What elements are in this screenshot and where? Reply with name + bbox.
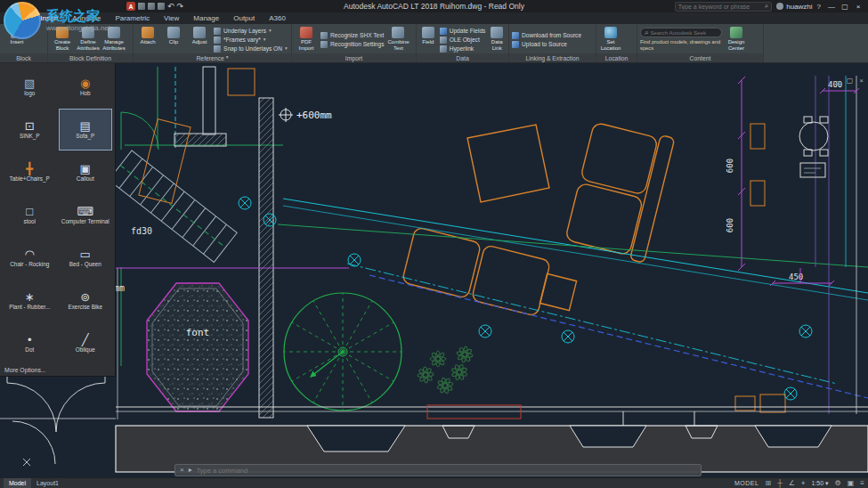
drawing-close-button[interactable]: × — [859, 77, 864, 85]
panel-label-location[interactable]: Location — [596, 53, 637, 62]
customize-icon[interactable]: ≡ — [860, 480, 864, 487]
palette-item-table-chairs-p[interactable]: ╋ Table+Chairs_P — [3, 151, 57, 193]
ole-object-button[interactable]: OLE Object — [440, 37, 486, 44]
drawing-area[interactable]: +600mm fd30 mm font — [0, 63, 868, 477]
palette-item-bed-queen[interactable]: ▭ Bed - Queen — [59, 237, 113, 279]
block-icon: ╱ — [82, 334, 89, 346]
status-toggles: MODEL ⊞ ┼ ∠ ⌖ 1:50 ▾ ⚙ ▣ ≡ — [734, 480, 864, 487]
seek-search-icon: ⌕ — [645, 29, 648, 37]
help-icon[interactable]: ? — [817, 3, 821, 11]
palette-item-callout[interactable]: ▣ Callout — [59, 151, 113, 193]
seek-search-input[interactable] — [650, 29, 710, 36]
design-center-button[interactable]: Design Center — [725, 26, 748, 53]
ribbon-tab-parametric[interactable]: Parametric — [108, 12, 157, 24]
block-icon: □ — [26, 206, 33, 218]
dim-600-b: 600 — [726, 218, 734, 232]
block-icon: ▭ — [80, 248, 91, 261]
ribbon-tab-output[interactable]: Output — [226, 12, 262, 24]
ribbon-tab-a360[interactable]: A360 — [262, 12, 293, 24]
recognition-settings-button[interactable]: Recognition Settings — [320, 41, 384, 48]
adjust-button[interactable]: Adjust — [188, 26, 211, 53]
panel-expand-icon: ▾ — [226, 55, 229, 61]
data-link-button[interactable]: Data Link — [488, 26, 506, 53]
open-icon[interactable] — [138, 3, 145, 10]
model-tab[interactable]: Model — [4, 478, 31, 488]
panel-label-reference[interactable]: Reference▾ — [134, 53, 291, 62]
drawing-canvas[interactable]: +600mm fd30 mm font — [0, 63, 868, 477]
underlay-layers-button[interactable]: Underlay Layers ▾ — [214, 28, 288, 35]
download-from-source-button[interactable]: Download from Source — [512, 32, 581, 39]
autocad-window: +600mm fd30 mm font — [0, 0, 868, 488]
block-icon: ∗ — [25, 291, 35, 304]
drawing-restore-button[interactable]: ▢ — [847, 77, 854, 85]
upload-to-source-button[interactable]: Upload to Source — [512, 41, 581, 48]
panel-label-block-definition[interactable]: Block Definition — [48, 53, 133, 62]
plot-icon[interactable] — [158, 3, 165, 10]
panel-label-linking[interactable]: Linking & Extraction — [509, 53, 596, 62]
update-fields-button[interactable]: Update Fields — [440, 28, 486, 35]
palette-item-stool[interactable]: □ stool — [3, 194, 57, 236]
pdf-import-icon — [300, 27, 312, 38]
signed-in-user[interactable]: huawzhi — [776, 3, 812, 11]
help-search-input[interactable] — [678, 4, 763, 10]
globe-icon — [604, 27, 617, 38]
palette-item-sink-p[interactable]: ⊡ SINK_P — [3, 109, 57, 150]
clean-screen-icon[interactable]: ▣ — [848, 480, 855, 487]
frames-dropdown[interactable]: *Frames vary* ▾ — [214, 37, 288, 44]
layout1-tab[interactable]: Layout1 — [31, 478, 64, 488]
attach-button[interactable]: Attach — [136, 26, 159, 53]
command-close-icon[interactable]: × — [180, 467, 184, 474]
field-button[interactable]: Field — [419, 26, 437, 53]
combine-text-icon — [392, 27, 404, 38]
redo-button[interactable]: ↷ — [177, 3, 184, 11]
close-button[interactable]: × — [852, 1, 864, 12]
palette-item-logo[interactable]: ▧ logo — [3, 66, 57, 108]
search-icon[interactable]: ⌕ — [765, 3, 768, 10]
panel-label-import[interactable]: Import — [292, 53, 416, 62]
clip-icon — [167, 27, 180, 38]
pdf-import-button[interactable]: PDF Import — [295, 26, 318, 53]
recognition-settings-icon — [320, 41, 328, 48]
snap-toggle[interactable]: ┼ — [777, 480, 783, 487]
clip-button[interactable]: Clip — [162, 26, 185, 53]
grid-toggle[interactable]: ⊞ — [765, 480, 771, 487]
panel-linking-extraction: Download from Source Upload to Source Li… — [509, 24, 596, 62]
set-location-button[interactable]: Set Location — [599, 26, 622, 53]
palette-item-sofa-p[interactable]: ▤ Sofa_P — [59, 109, 113, 150]
snap-to-underlays-dropdown[interactable]: Snap to Underlays ON ▾ — [214, 45, 288, 53]
ribbon-tab-manage[interactable]: Manage — [186, 12, 226, 24]
model-space-indicator[interactable]: MODEL — [734, 480, 758, 486]
annotation-scale[interactable]: 1:50 ▾ — [812, 480, 829, 487]
hyperlink-button[interactable]: Hyperlink — [440, 45, 486, 53]
command-input[interactable] — [197, 467, 696, 475]
app-menu-button[interactable]: A — [126, 2, 135, 11]
save-icon[interactable] — [148, 3, 155, 10]
dim-450: 450 — [789, 272, 803, 281]
palette-item-dot[interactable]: • Dot — [3, 322, 57, 364]
watermark-site-url: www.xitongzhijia.net — [46, 24, 110, 32]
osnap-toggle[interactable]: ⌖ — [801, 480, 806, 487]
drawing-minimize-button[interactable]: — — [833, 77, 840, 85]
block-icon: ◠ — [25, 248, 35, 261]
maximize-button[interactable]: ▢ — [839, 1, 851, 12]
palette-item-plant-rubber[interactable]: ∗ Plant - Rubber... — [3, 280, 57, 321]
palette-item-computer-terminal[interactable]: ⌨ Computer Terminal — [59, 194, 113, 236]
palette-item-hob[interactable]: ◉ Hob — [59, 66, 113, 108]
minimize-button[interactable]: — — [825, 1, 838, 12]
ribbon-tab-view[interactable]: View — [157, 12, 186, 24]
settings-icon[interactable]: ⚙ — [835, 480, 841, 487]
undo-button[interactable]: ↶ — [167, 3, 174, 11]
panel-label-block[interactable]: Block — [0, 53, 47, 62]
polar-toggle[interactable]: ∠ — [789, 480, 795, 487]
panel-label-content[interactable]: Content — [637, 53, 763, 62]
help-search: ⌕ — [675, 2, 772, 12]
combine-text-button[interactable]: Combine Text — [386, 26, 410, 53]
palette-item-oblique[interactable]: ╱ Oblique — [59, 322, 113, 364]
palette-more-options[interactable]: More Options... — [3, 364, 112, 374]
block-icon: ▤ — [80, 120, 91, 133]
recognize-shx-button[interactable]: Recognize SHX Text — [320, 32, 384, 39]
ribbon-tab-bar: Home Insert Annotate Parametric View Man… — [0, 12, 868, 24]
panel-label-data[interactable]: Data — [417, 53, 508, 62]
palette-item-chair-rocking[interactable]: ◠ Chair - Rocking — [3, 237, 57, 279]
palette-item-exercise-bike[interactable]: ⊚ Exercise Bike — [59, 280, 113, 321]
